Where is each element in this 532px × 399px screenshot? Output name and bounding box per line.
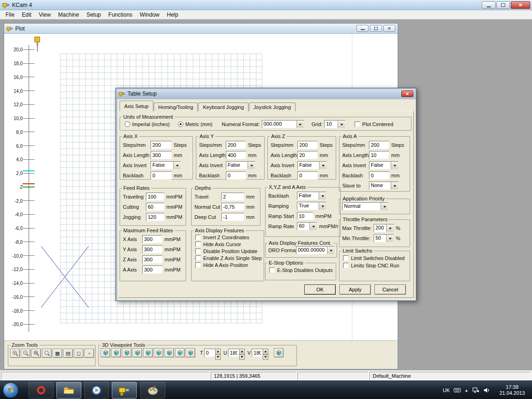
view-iso-1-button[interactable]: [164, 348, 174, 357]
main-titlebar[interactable]: KCam 4: [0, 0, 532, 10]
spin-down-button[interactable]: [263, 354, 268, 360]
limits-stop-cnc-checkbox[interactable]: [343, 263, 349, 268]
hide-a-position-checkbox[interactable]: [195, 262, 201, 268]
tab-joystick-jogging[interactable]: Joystick Jogging: [249, 103, 296, 111]
xyza-backlash-select[interactable]: False: [297, 192, 326, 200]
deep-cut-input[interactable]: [221, 213, 244, 221]
clock[interactable]: 17:38 21.04.2013: [494, 384, 530, 396]
invert-z-checkbox[interactable]: [195, 235, 201, 240]
travel-depth-input[interactable]: [221, 193, 244, 201]
axis-a-invert-select[interactable]: False: [369, 161, 399, 169]
axis-z-steps-input[interactable]: [297, 141, 318, 149]
plot-maximize-button[interactable]: [370, 25, 382, 32]
plot-close-button[interactable]: ×: [383, 25, 395, 32]
x-axis-max-feed-input[interactable]: [142, 235, 163, 243]
menu-view[interactable]: View: [35, 11, 54, 19]
ok-button[interactable]: OK: [304, 284, 336, 295]
t-input[interactable]: [204, 349, 215, 357]
v-input[interactable]: [252, 349, 263, 357]
disable-position-update-checkbox[interactable]: [195, 248, 201, 254]
network-icon[interactable]: [472, 387, 479, 394]
hide-axis-cursor-checkbox[interactable]: [195, 242, 201, 247]
zoom-previous-button[interactable]: [42, 349, 52, 358]
cancel-button[interactable]: Cancel: [375, 284, 406, 295]
zoom-window-button[interactable]: [31, 349, 41, 358]
axis-y-backlash-input[interactable]: [226, 171, 246, 180]
view-right-button[interactable]: [154, 348, 163, 357]
axis-a-steps-input[interactable]: [369, 141, 389, 149]
z-axis-max-feed-input[interactable]: [142, 255, 163, 264]
view-top-button[interactable]: [101, 348, 110, 357]
taskbar-opera-button[interactable]: [29, 382, 54, 399]
spin-up-button[interactable]: [239, 349, 245, 354]
speaker-icon[interactable]: [483, 387, 490, 394]
spin-up-button[interactable]: [215, 349, 221, 354]
zoom-extents-button[interactable]: ▦: [53, 349, 62, 358]
view-iso-3-button[interactable]: [186, 348, 195, 357]
limit-switches-disabled-checkbox[interactable]: [343, 255, 349, 261]
axis-z-length-input[interactable]: [297, 151, 318, 159]
zoom-in-button[interactable]: [10, 349, 20, 358]
grid-select[interactable]: 10: [324, 120, 345, 128]
axis-y-steps-input[interactable]: [226, 141, 246, 149]
axis-x-length-input[interactable]: [151, 151, 172, 159]
imperial-radio[interactable]: [125, 121, 130, 127]
axis-y-invert-select[interactable]: False: [226, 161, 255, 169]
axis-a-slave-select[interactable]: None: [369, 181, 399, 190]
min-throttle-select[interactable]: 50: [374, 234, 394, 242]
dialog-close-button[interactable]: ×: [401, 91, 413, 97]
spin-down-button[interactable]: [215, 354, 221, 360]
app-priority-select[interactable]: Normal: [342, 202, 388, 211]
minimize-button[interactable]: [482, 1, 496, 9]
menu-help[interactable]: Help: [163, 11, 182, 19]
menu-machine[interactable]: Machine: [54, 11, 83, 19]
zoom-fit-button[interactable]: ▤: [63, 349, 73, 358]
jogging-input[interactable]: [146, 213, 164, 221]
view-back-button[interactable]: [133, 348, 142, 357]
traveling-input[interactable]: [146, 193, 164, 201]
spin-down-button[interactable]: [239, 354, 245, 360]
tab-keyboard-jogging[interactable]: Keyboard Jogging: [198, 103, 248, 111]
keyboard-icon[interactable]: [453, 387, 461, 394]
taskbar-kcam-button[interactable]: [112, 382, 137, 399]
enable-z-single-step-checkbox[interactable]: [195, 255, 201, 261]
metric-radio[interactable]: [178, 121, 183, 127]
u-input[interactable]: [228, 349, 239, 357]
axis-a-backlash-input[interactable]: [369, 171, 389, 180]
view-bottom-button[interactable]: [111, 348, 121, 357]
spin-up-button[interactable]: [263, 349, 268, 354]
taskbar-paint-button[interactable]: [140, 382, 165, 399]
axis-z-invert-select[interactable]: False: [297, 161, 327, 169]
menu-edit[interactable]: Edit: [18, 11, 35, 19]
axis-x-steps-input[interactable]: [151, 141, 172, 149]
zoom-out-button[interactable]: [21, 349, 30, 358]
apply-button[interactable]: Apply: [339, 284, 371, 295]
start-button[interactable]: [3, 382, 18, 398]
axis-x-backlash-input[interactable]: [151, 171, 172, 180]
axis-x-invert-select[interactable]: False: [151, 161, 181, 169]
dro-format-select[interactable]: 0000.00000: [296, 246, 335, 254]
apply-viewpoint-button[interactable]: [274, 348, 284, 357]
axis-a-length-input[interactable]: [369, 151, 389, 159]
cutting-input[interactable]: [146, 203, 164, 211]
language-indicator[interactable]: UK: [443, 387, 450, 393]
maximize-button[interactable]: [496, 1, 510, 9]
tab-axis-setup[interactable]: Axis Setup: [120, 101, 153, 111]
estop-disables-outputs-checkbox[interactable]: [269, 267, 275, 273]
view-front-button[interactable]: [122, 348, 132, 357]
normal-cut-input[interactable]: [221, 203, 244, 211]
axis-z-backlash-input[interactable]: [297, 171, 318, 180]
menu-file[interactable]: File: [2, 11, 18, 19]
menu-setup[interactable]: Setup: [83, 11, 104, 19]
ramp-start-input[interactable]: [297, 212, 314, 220]
max-throttle-select[interactable]: 200: [374, 224, 394, 232]
ramp-rate-select[interactable]: 60: [297, 222, 317, 230]
view-left-button[interactable]: [143, 348, 153, 357]
taskbar-explorer-button[interactable]: [56, 382, 81, 399]
zoom-refresh-button[interactable]: ▫: [85, 349, 94, 358]
close-button[interactable]: ×: [511, 1, 530, 9]
taskbar-media-player-button[interactable]: [84, 382, 109, 399]
view-iso-2-button[interactable]: [175, 348, 185, 357]
numeral-format-select[interactable]: 000.000: [262, 120, 304, 128]
zoom-select-button[interactable]: ◻: [74, 349, 84, 358]
